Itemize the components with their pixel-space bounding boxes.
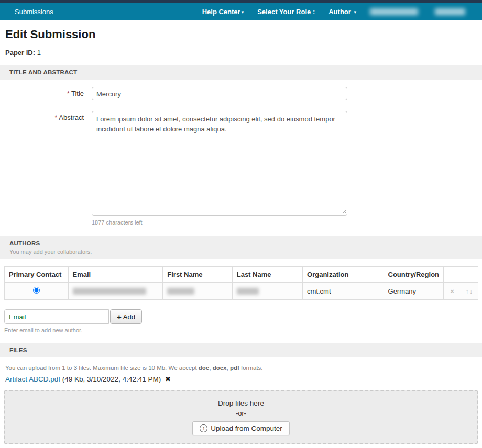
remove-file-icon[interactable]: ✖ xyxy=(165,375,171,383)
upload-from-computer-button[interactable]: ↑ Upload from Computer xyxy=(192,421,290,435)
section-title-and-abstract-label: TITLE AND ABSTRACT xyxy=(9,69,473,75)
section-authors-label: AUTHORS xyxy=(9,240,473,247)
add-author-button[interactable]: + Add xyxy=(110,309,142,324)
upload-button-label: Upload from Computer xyxy=(211,424,282,432)
title-label-text: Title xyxy=(71,89,84,97)
abstract-label: *Abstract xyxy=(5,111,84,121)
upload-info-text: You can upload from 1 to 3 files. Maximu… xyxy=(5,365,199,371)
uploaded-file-row: Artifact ABCD.pdf (49 Kb, 3/10/2022, 4:4… xyxy=(5,375,482,383)
title-row: *Title xyxy=(0,87,482,100)
chevron-down-icon: ▾ xyxy=(354,9,356,15)
required-asterisk: * xyxy=(54,114,57,121)
nav-submissions-link[interactable]: Submissions xyxy=(15,8,53,16)
col-header-delete xyxy=(443,266,461,282)
upload-info-text: formats. xyxy=(239,365,263,371)
col-header-last-name: Last Name xyxy=(232,266,302,282)
nav-right-group: Help Center▾ Select Your Role : Author ▾ xyxy=(202,8,466,16)
file-meta-text: (49 Kb, 3/10/2022, 4:42:41 PM) xyxy=(62,375,161,383)
add-author-hint: Enter email to add new author. xyxy=(4,327,482,333)
upload-info: You can upload from 1 to 3 files. Maximu… xyxy=(5,365,482,371)
authors-table: Primary Contact Email First Name Last Na… xyxy=(4,266,478,300)
col-header-move xyxy=(461,266,478,282)
nav-role-label: Author xyxy=(328,8,351,16)
nav-username-redacted[interactable] xyxy=(435,8,465,15)
abstract-row: *Abstract 1877 characters left xyxy=(0,111,482,226)
primary-contact-radio[interactable] xyxy=(33,287,40,294)
dropzone-or-text: -or- xyxy=(236,410,246,417)
section-files-label: FILES xyxy=(9,347,473,353)
move-down-icon[interactable]: ↓ xyxy=(469,287,474,295)
nav-conference-name-redacted[interactable] xyxy=(370,8,418,15)
nav-help-center-label: Help Center xyxy=(202,8,240,16)
plus-icon: + xyxy=(117,312,122,321)
authors-table-wrap: Primary Contact Email First Name Last Na… xyxy=(4,266,478,300)
author-organization: cmt.cmt xyxy=(302,282,383,300)
title-input[interactable] xyxy=(92,87,347,100)
abstract-textarea[interactable] xyxy=(92,111,347,216)
add-author-button-label: Add xyxy=(123,313,135,321)
author-email-redacted xyxy=(73,288,146,295)
section-authors: AUTHORS You may add your collaborators. xyxy=(0,236,482,259)
accepted-format: pdf xyxy=(230,365,239,371)
move-up-icon[interactable]: ↑ xyxy=(465,287,469,295)
required-asterisk: * xyxy=(67,89,70,97)
col-header-country: Country/Region xyxy=(384,266,444,282)
characters-left-counter: 1877 characters left xyxy=(92,219,347,226)
section-title-and-abstract: TITLE AND ABSTRACT xyxy=(0,65,482,80)
accepted-format: docx xyxy=(213,365,227,371)
author-first-name-redacted xyxy=(167,288,194,295)
col-header-first-name: First Name xyxy=(162,266,232,282)
author-last-name-redacted xyxy=(237,288,259,295)
paper-id-label: Paper ID: xyxy=(5,49,35,57)
page-title: Edit Submission xyxy=(5,28,477,41)
author-row: cmt.cmt Germany × ↑↓ xyxy=(4,282,478,300)
file-dropzone[interactable]: Drop files here -or- ↑ Upload from Compu… xyxy=(4,390,478,444)
delete-author-icon[interactable]: × xyxy=(450,287,454,295)
add-author-group: + Add xyxy=(4,309,482,324)
col-header-email: Email xyxy=(68,266,163,282)
abstract-label-text: Abstract xyxy=(59,114,84,121)
new-author-email-input[interactable] xyxy=(4,309,109,324)
col-header-organization: Organization xyxy=(302,266,383,282)
file-link[interactable]: Artifact ABCD.pdf xyxy=(5,375,60,383)
col-header-primary-contact: Primary Contact xyxy=(4,266,68,282)
paper-id-value: 1 xyxy=(37,49,41,57)
author-country: Germany xyxy=(384,282,444,300)
accepted-format: doc xyxy=(199,365,209,371)
nav-select-role-label: Select Your Role : xyxy=(257,8,315,16)
title-label: *Title xyxy=(5,87,84,97)
section-authors-subtitle: You may add your collaborators. xyxy=(9,249,473,255)
authors-header-row: Primary Contact Email First Name Last Na… xyxy=(4,266,478,282)
dropzone-title: Drop files here xyxy=(218,399,264,407)
nav-help-center-menu[interactable]: Help Center▾ xyxy=(202,8,244,16)
section-files: FILES xyxy=(0,343,482,357)
nav-role-menu[interactable]: Author ▾ xyxy=(328,8,356,16)
upload-circle-arrow-icon: ↑ xyxy=(200,424,207,432)
chevron-down-icon: ▾ xyxy=(242,9,244,15)
paper-id: Paper ID: 1 xyxy=(5,49,477,57)
navbar: Submissions Help Center▾ Select Your Rol… xyxy=(0,3,482,20)
file-meta: (49 Kb, 3/10/2022, 4:42:41 PM) xyxy=(62,375,161,383)
